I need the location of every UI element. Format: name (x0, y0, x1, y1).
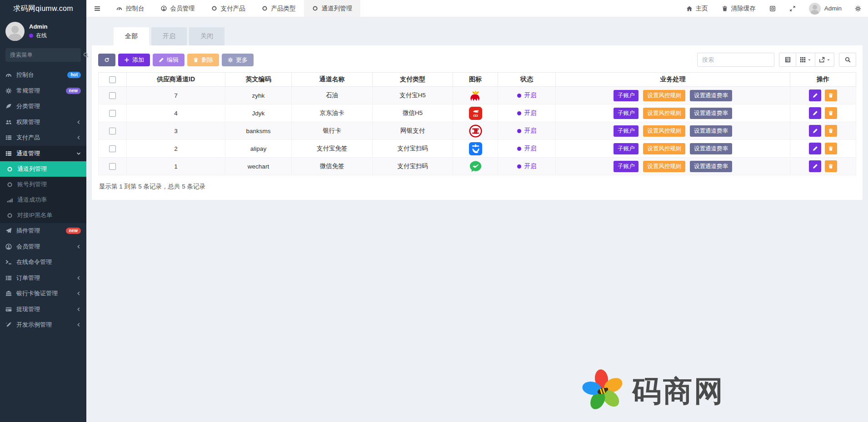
columns-button[interactable] (796, 53, 815, 67)
row-delete-button[interactable] (825, 89, 837, 101)
filter-tab-all[interactable]: 全部 (114, 27, 149, 45)
topbar-actions: 主页 清除缓存 Admin (679, 0, 868, 17)
home-icon (686, 5, 693, 12)
row-delete-button[interactable] (825, 107, 837, 119)
new-badge: new (66, 88, 81, 94)
filter-tab-closed[interactable]: 关闭 (189, 27, 224, 45)
clear-cache-button[interactable]: 清除缓存 (715, 5, 763, 13)
row-delete-button[interactable] (825, 143, 837, 154)
status-label: 开启 (524, 109, 537, 117)
risk-rule-button[interactable]: 设置风控规则 (643, 143, 685, 154)
sidebar-item-permission[interactable]: 权限管理 (0, 114, 86, 130)
row-edit-button[interactable] (809, 125, 821, 137)
channel-fee-button[interactable]: 设置通道费率 (690, 125, 732, 137)
fullscreen-button[interactable] (783, 5, 803, 12)
list-icon (5, 134, 12, 141)
tab-channel-list[interactable]: 通道列管理 (304, 0, 361, 17)
sidebar-item-general[interactable]: 常规管理 new (0, 83, 86, 99)
hot-badge: hot (67, 72, 81, 78)
col-pay-type: 支付类型 (373, 73, 453, 87)
sidebar-item-account-list[interactable]: 账号列管理 (0, 177, 86, 192)
row-edit-button[interactable] (809, 143, 821, 154)
sidebar-menu: 控制台 hot 常规管理 new 分类管理 权限管理 支付产品 通道管理 (0, 67, 86, 333)
export-button[interactable] (815, 53, 834, 67)
channel-fee-button[interactable]: 设置通道费率 (690, 161, 732, 172)
risk-rule-button[interactable]: 设置风控规则 (643, 161, 685, 172)
sidebar: 求码网qiumw.com Admin 在线 控制台 hot 常规管理 new 分… (0, 0, 86, 422)
row-edit-button[interactable] (809, 160, 821, 172)
row-edit-button[interactable] (809, 107, 821, 119)
risk-rule-button[interactable]: 设置风控规则 (643, 108, 685, 119)
users-icon (5, 119, 12, 125)
search-button[interactable] (839, 53, 856, 67)
sidebar-toggle-button[interactable] (86, 0, 108, 17)
delete-button[interactable]: 删除 (187, 54, 219, 66)
sub-account-button[interactable]: 子账户 (614, 161, 639, 172)
channel-table: 供应商通道ID 英文编码 通道名称 支付类型 图标 状态 业务处理 操作 7 z… (98, 72, 856, 175)
user-menu[interactable]: Admin (803, 3, 848, 15)
row-checkbox[interactable] (109, 110, 116, 117)
sidebar-item-online-command[interactable]: 在线命令管理 (0, 254, 86, 270)
add-button[interactable]: 添加 (118, 54, 150, 66)
channel-fee-button[interactable]: 设置通道费率 (690, 108, 732, 119)
toggle-view-button[interactable] (779, 53, 796, 67)
history-button[interactable] (763, 5, 783, 12)
row-delete-button[interactable] (825, 125, 837, 137)
channel-fee-button[interactable]: 设置通道费率 (690, 90, 732, 101)
sidebar-item-withdraw[interactable]: 提现管理 (0, 302, 86, 318)
sidebar-item-order[interactable]: 订单管理 (0, 270, 86, 286)
more-button[interactable]: 更多 (222, 54, 254, 66)
online-dot-icon (29, 34, 33, 38)
refresh-button[interactable] (98, 54, 115, 66)
filter-tab-open[interactable]: 开启 (151, 27, 187, 45)
sidebar-item-ip-blacklist[interactable]: 对接IP黑名单 (0, 208, 86, 223)
sidebar-item-plugin[interactable]: 插件管理 new (0, 223, 86, 239)
history-icon (769, 5, 776, 12)
sidebar-item-channel-list[interactable]: 通道列管理 (0, 161, 86, 177)
expand-icon (789, 5, 796, 12)
select-all-checkbox[interactable] (109, 76, 116, 83)
channel-menu-group: 通道管理 通道列管理 账号列管理 通道成功率 对接IP黑名单 (0, 146, 86, 223)
home-button[interactable]: 主页 (679, 5, 715, 13)
sidebar-item-dashboard[interactable]: 控制台 hot (0, 67, 86, 83)
chevron-left-icon (76, 244, 81, 249)
circle-icon (7, 166, 13, 172)
sidebar-item-channel[interactable]: 通道管理 (0, 146, 86, 162)
sidebar-item-category[interactable]: 分类管理 (0, 99, 86, 114)
sidebar-item-dev-example[interactable]: 开发示例管理 (0, 317, 86, 333)
flower-logo-icon (581, 368, 625, 414)
sidebar-search-input[interactable] (10, 52, 83, 58)
risk-rule-button[interactable]: 设置风控规则 (643, 125, 685, 137)
sidebar-item-pay-product[interactable]: 支付产品 (0, 130, 86, 146)
status-label: 开启 (524, 162, 537, 170)
tab-dashboard[interactable]: 控制台 (108, 0, 153, 17)
channel-fee-button[interactable]: 设置通道费率 (690, 143, 732, 154)
row-edit-button[interactable] (809, 89, 821, 101)
row-checkbox[interactable] (109, 145, 116, 152)
sidebar-item-bankcard-verify[interactable]: 银行卡验证管理 (0, 286, 86, 302)
chevron-left-icon (76, 307, 81, 312)
row-checkbox[interactable] (109, 163, 116, 170)
tab-product-type[interactable]: 产品类型 (254, 0, 304, 17)
row-delete-button[interactable] (825, 160, 837, 172)
circle-icon (211, 5, 217, 11)
edit-button[interactable]: 编辑 (153, 54, 185, 66)
table-search-input[interactable] (697, 53, 774, 67)
row-checkbox[interactable] (109, 128, 116, 134)
sidebar-item-member[interactable]: 会员管理 (0, 239, 86, 255)
sub-account-button[interactable]: 子账户 (614, 108, 639, 119)
sidebar-search[interactable] (5, 48, 81, 62)
sidebar-item-channel-success-rate[interactable]: 通道成功率 (0, 192, 86, 208)
caret-down-icon (808, 58, 811, 62)
sub-account-button[interactable]: 子账户 (614, 143, 639, 154)
sub-account-button[interactable]: 子账户 (614, 125, 639, 137)
settings-button[interactable] (848, 5, 868, 12)
risk-rule-button[interactable]: 设置风控规则 (643, 90, 685, 101)
row-checkbox[interactable] (109, 92, 116, 99)
circle-icon (262, 5, 268, 11)
sub-account-button[interactable]: 子账户 (614, 90, 639, 101)
tab-member[interactable]: 会员管理 (153, 0, 203, 17)
export-icon (819, 57, 825, 63)
tab-pay-product[interactable]: 支付产品 (203, 0, 254, 17)
col-business: 业务处理 (556, 73, 790, 87)
